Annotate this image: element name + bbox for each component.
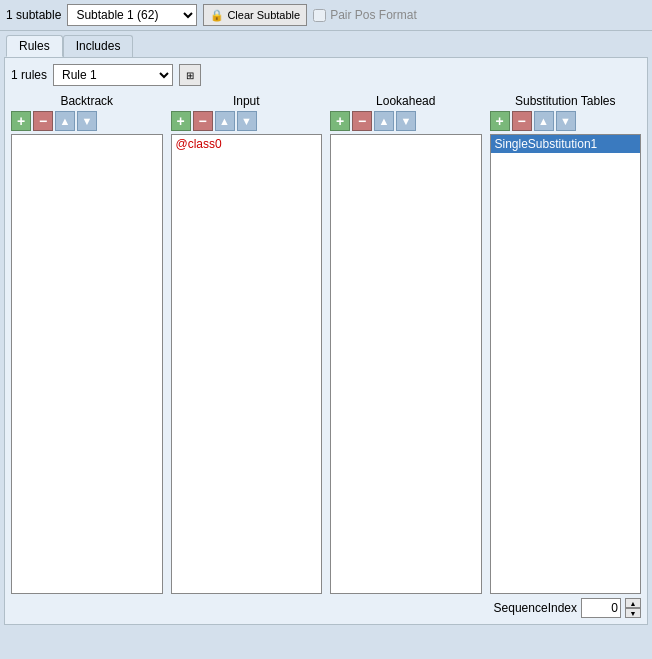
pair-pos-text: Pair Pos Format bbox=[330, 8, 417, 22]
backtrack-buttons: + − ▲ ▼ bbox=[11, 111, 163, 131]
rule-select[interactable]: Rule 1 bbox=[53, 64, 173, 86]
clear-subtable-label: Clear Subtable bbox=[227, 9, 300, 21]
rules-count-label: 1 rules bbox=[11, 68, 47, 82]
tab-includes[interactable]: Includes bbox=[63, 35, 134, 57]
tabs-row: Rules Includes bbox=[0, 31, 652, 57]
lookahead-header: Lookahead bbox=[330, 94, 482, 108]
input-header: Input bbox=[171, 94, 323, 108]
backtrack-header: Backtrack bbox=[11, 94, 163, 108]
substitution-column: Substitution Tables + − ▲ ▼ SingleSubsti… bbox=[490, 94, 642, 594]
lookahead-up-button[interactable]: ▲ bbox=[374, 111, 394, 131]
input-column: Input + − ▲ ▼ @class0 bbox=[171, 94, 323, 594]
tab-rules[interactable]: Rules bbox=[6, 35, 63, 57]
pair-pos-checkbox[interactable] bbox=[313, 9, 326, 22]
main-content: 1 rules Rule 1 ⊞ Backtrack + − ▲ ▼ Input… bbox=[4, 57, 648, 625]
substitution-buttons: + − ▲ ▼ bbox=[490, 111, 642, 131]
sequence-index-label: SequenceIndex bbox=[494, 601, 577, 615]
grid-icon: ⊞ bbox=[186, 70, 194, 81]
backtrack-up-button[interactable]: ▲ bbox=[55, 111, 75, 131]
sequence-index-input[interactable] bbox=[581, 598, 621, 618]
lookahead-buttons: + − ▲ ▼ bbox=[330, 111, 482, 131]
lookahead-add-button[interactable]: + bbox=[330, 111, 350, 131]
lookahead-list[interactable] bbox=[330, 134, 482, 594]
pair-pos-label: Pair Pos Format bbox=[313, 8, 417, 22]
top-bar: 1 subtable Subtable 1 (62) 🔒 Clear Subta… bbox=[0, 0, 652, 31]
backtrack-remove-button[interactable]: − bbox=[33, 111, 53, 131]
substitution-up-button[interactable]: ▲ bbox=[534, 111, 554, 131]
substitution-add-button[interactable]: + bbox=[490, 111, 510, 131]
input-down-button[interactable]: ▼ bbox=[237, 111, 257, 131]
subtable-select[interactable]: Subtable 1 (62) bbox=[67, 4, 197, 26]
backtrack-down-button[interactable]: ▼ bbox=[77, 111, 97, 131]
substitution-remove-button[interactable]: − bbox=[512, 111, 532, 131]
lookahead-column: Lookahead + − ▲ ▼ bbox=[330, 94, 482, 594]
clear-subtable-button[interactable]: 🔒 Clear Subtable bbox=[203, 4, 307, 26]
backtrack-list[interactable] bbox=[11, 134, 163, 594]
lookahead-down-button[interactable]: ▼ bbox=[396, 111, 416, 131]
backtrack-add-button[interactable]: + bbox=[11, 111, 31, 131]
tab-rules-label: Rules bbox=[19, 39, 50, 53]
substitution-header: Substitution Tables bbox=[490, 94, 642, 108]
sequence-index-spinner: ▲ ▼ bbox=[625, 598, 641, 618]
sequence-index-row: SequenceIndex ▲ ▼ bbox=[11, 598, 641, 618]
substitution-list[interactable]: SingleSubstitution1 bbox=[490, 134, 642, 594]
list-item[interactable]: SingleSubstitution1 bbox=[491, 135, 641, 153]
tab-includes-label: Includes bbox=[76, 39, 121, 53]
subtable-count-label: 1 subtable bbox=[6, 8, 61, 22]
rules-row: 1 rules Rule 1 ⊞ bbox=[11, 64, 641, 86]
sequence-index-up-button[interactable]: ▲ bbox=[625, 598, 641, 608]
columns-area: Backtrack + − ▲ ▼ Input + − ▲ ▼ @class0 bbox=[11, 94, 641, 594]
input-buttons: + − ▲ ▼ bbox=[171, 111, 323, 131]
input-add-button[interactable]: + bbox=[171, 111, 191, 131]
lookahead-remove-button[interactable]: − bbox=[352, 111, 372, 131]
input-up-button[interactable]: ▲ bbox=[215, 111, 235, 131]
lock-icon: 🔒 bbox=[210, 9, 224, 22]
backtrack-column: Backtrack + − ▲ ▼ bbox=[11, 94, 163, 594]
input-list[interactable]: @class0 bbox=[171, 134, 323, 594]
input-remove-button[interactable]: − bbox=[193, 111, 213, 131]
list-item[interactable]: @class0 bbox=[172, 135, 322, 153]
grid-button[interactable]: ⊞ bbox=[179, 64, 201, 86]
substitution-down-button[interactable]: ▼ bbox=[556, 111, 576, 131]
sequence-index-down-button[interactable]: ▼ bbox=[625, 608, 641, 618]
